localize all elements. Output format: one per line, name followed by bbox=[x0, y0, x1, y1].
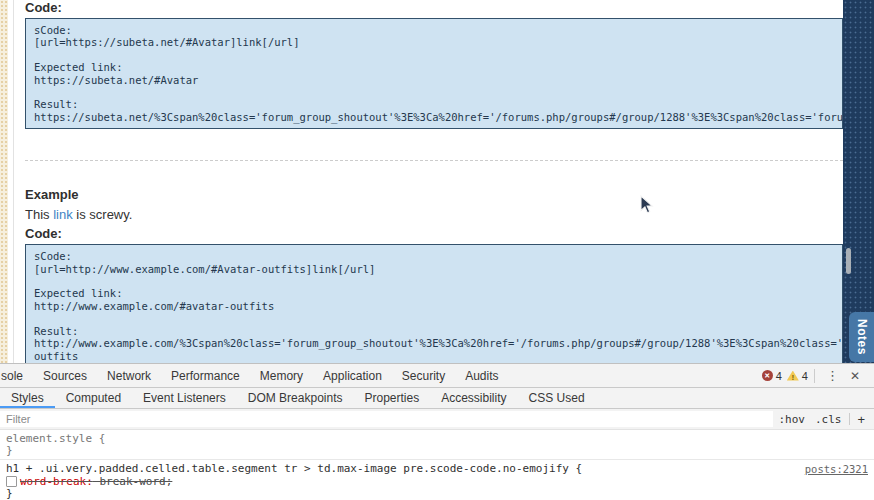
screwy-link[interactable]: link bbox=[53, 207, 73, 222]
scode-rule-selector[interactable]: h1 + .ui.very.padded.celled.table.segmen… bbox=[6, 463, 868, 475]
forum-post-content: Code: sCode: [url=https://subeta.net/#Av… bbox=[13, 0, 843, 363]
kebab-menu-icon[interactable]: ⋮ bbox=[821, 368, 844, 383]
tab-memory[interactable]: Memory bbox=[250, 369, 313, 383]
scrollbar-thumb[interactable] bbox=[846, 248, 851, 274]
scode-rule-close: } bbox=[6, 488, 868, 500]
tab-properties[interactable]: Properties bbox=[353, 388, 430, 408]
style-rule-scode: posts:2321 h1 + .ui.very.padded.celled.t… bbox=[0, 460, 874, 500]
tab-event-listeners[interactable]: Event Listeners bbox=[132, 388, 237, 408]
elements-sidebar-tabbar: Styles Computed Event Listeners DOM Brea… bbox=[0, 388, 874, 409]
tab-computed[interactable]: Computed bbox=[55, 388, 132, 408]
code-heading-1: Code: bbox=[25, 0, 843, 16]
styles-filter-bar: :hov .cls + bbox=[0, 409, 874, 430]
warning-count: 4 bbox=[802, 370, 808, 382]
tab-audits[interactable]: Audits bbox=[455, 369, 508, 383]
example-heading: Example bbox=[25, 187, 843, 203]
devtools-panel: sole Sources Network Performance Memory … bbox=[0, 363, 874, 500]
tab-dom-breakpoints[interactable]: DOM Breakpoints bbox=[237, 388, 354, 408]
tab-css-used[interactable]: CSS Used bbox=[518, 388, 596, 408]
badge-separator bbox=[814, 369, 815, 383]
style-rule-element: element.style { } bbox=[0, 430, 874, 460]
styles-filter-input[interactable] bbox=[0, 411, 773, 427]
tab-network[interactable]: Network bbox=[97, 369, 161, 383]
property-value[interactable]: break-word; bbox=[93, 475, 172, 488]
tab-accessibility[interactable]: Accessibility bbox=[430, 388, 517, 408]
element-style-close: } bbox=[6, 445, 868, 457]
warning-icon: ! bbox=[787, 371, 799, 381]
toggle-cls[interactable]: .cls bbox=[810, 413, 847, 426]
sentence-before: This bbox=[25, 207, 53, 222]
example-sentence: This link is screwy. bbox=[25, 207, 843, 223]
error-count: 4 bbox=[776, 370, 782, 382]
close-icon[interactable]: ✕ bbox=[844, 369, 868, 383]
page-right-sidebar: Notes bbox=[843, 0, 874, 363]
notes-tab[interactable]: Notes bbox=[849, 312, 874, 362]
browser-page: Code: sCode: [url=https://subeta.net/#Av… bbox=[0, 0, 874, 363]
styles-pane: element.style { } posts:2321 h1 + .ui.ve… bbox=[0, 430, 874, 500]
error-icon: ✕ bbox=[762, 370, 773, 381]
toggle-hov[interactable]: :hov bbox=[773, 413, 810, 426]
console-badges[interactable]: ✕ 4 ! 4 ⋮ ✕ bbox=[762, 368, 874, 383]
tab-application[interactable]: Application bbox=[313, 369, 392, 383]
property-word-break: word-break: break-word; bbox=[20, 476, 868, 488]
stylesheet-source-link[interactable]: posts:2321 bbox=[805, 463, 868, 475]
tab-security[interactable]: Security bbox=[392, 369, 455, 383]
tab-sources[interactable]: Sources bbox=[33, 369, 97, 383]
scode-block-1: sCode: [url=https://subeta.net/#Avatar]l… bbox=[25, 18, 843, 129]
devtools-main-tabbar: sole Sources Network Performance Memory … bbox=[0, 364, 874, 388]
property-name[interactable]: word-break: bbox=[20, 475, 93, 488]
new-style-rule-button[interactable]: + bbox=[853, 412, 874, 427]
sentence-after: is screwy. bbox=[73, 207, 133, 222]
tab-styles[interactable]: Styles bbox=[0, 388, 55, 408]
post-divider bbox=[25, 160, 843, 161]
toggle-separator bbox=[849, 413, 850, 425]
element-style-selector[interactable]: element.style { bbox=[6, 433, 868, 445]
scode-block-2: sCode: [url=http://www.example.com/#Avat… bbox=[25, 244, 843, 368]
code-heading-2: Code: bbox=[25, 226, 843, 242]
tab-performance[interactable]: Performance bbox=[161, 369, 250, 383]
tab-console-partial[interactable]: sole bbox=[0, 369, 33, 383]
mouse-cursor-icon bbox=[640, 195, 654, 214]
page-left-margin bbox=[0, 0, 8, 363]
property-checkbox[interactable] bbox=[6, 476, 17, 487]
